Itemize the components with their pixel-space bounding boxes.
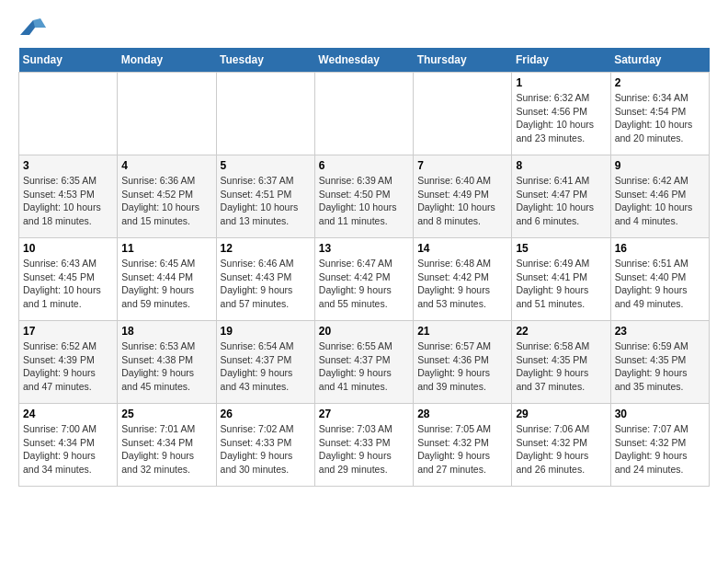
day-info: Sunrise: 7:07 AM Sunset: 4:32 PM Dayligh… bbox=[615, 422, 705, 477]
day-number: 9 bbox=[615, 159, 705, 172]
day-info: Sunrise: 6:40 AM Sunset: 4:49 PM Dayligh… bbox=[417, 174, 507, 228]
column-header-friday: Friday bbox=[512, 48, 610, 73]
day-number: 10 bbox=[23, 242, 113, 255]
day-info: Sunrise: 6:54 AM Sunset: 4:37 PM Dayligh… bbox=[221, 339, 311, 394]
calendar-cell bbox=[314, 73, 413, 155]
calendar-cell: 2Sunrise: 6:34 AM Sunset: 4:54 PM Daylig… bbox=[610, 73, 709, 155]
calendar-cell: 10Sunrise: 6:43 AM Sunset: 4:45 PM Dayli… bbox=[19, 238, 118, 321]
calendar-cell bbox=[19, 73, 118, 155]
svg-marker-1 bbox=[33, 18, 46, 28]
day-number: 15 bbox=[516, 242, 606, 255]
calendar-cell bbox=[216, 73, 314, 155]
calendar-cell: 22Sunrise: 6:58 AM Sunset: 4:35 PM Dayli… bbox=[512, 321, 610, 404]
column-header-wednesday: Wednesday bbox=[314, 48, 413, 73]
day-number: 12 bbox=[221, 242, 311, 255]
day-number: 18 bbox=[121, 325, 211, 338]
day-info: Sunrise: 7:00 AM Sunset: 4:34 PM Dayligh… bbox=[23, 422, 113, 477]
day-info: Sunrise: 6:41 AM Sunset: 4:47 PM Dayligh… bbox=[516, 174, 606, 228]
calendar-cell: 20Sunrise: 6:55 AM Sunset: 4:37 PM Dayli… bbox=[314, 321, 413, 404]
column-header-saturday: Saturday bbox=[610, 48, 709, 73]
day-number: 8 bbox=[516, 159, 606, 172]
column-header-tuesday: Tuesday bbox=[216, 48, 314, 73]
calendar-cell: 5Sunrise: 6:37 AM Sunset: 4:51 PM Daylig… bbox=[216, 155, 314, 238]
calendar-cell: 30Sunrise: 7:07 AM Sunset: 4:32 PM Dayli… bbox=[610, 404, 709, 487]
day-number: 14 bbox=[417, 242, 507, 255]
calendar-cell: 9Sunrise: 6:42 AM Sunset: 4:46 PM Daylig… bbox=[610, 155, 709, 238]
day-info: Sunrise: 6:35 AM Sunset: 4:53 PM Dayligh… bbox=[23, 174, 113, 228]
calendar-cell: 26Sunrise: 7:02 AM Sunset: 4:33 PM Dayli… bbox=[216, 404, 314, 487]
day-number: 5 bbox=[221, 159, 311, 172]
calendar-week-row: 10Sunrise: 6:43 AM Sunset: 4:45 PM Dayli… bbox=[19, 238, 710, 321]
day-info: Sunrise: 6:39 AM Sunset: 4:50 PM Dayligh… bbox=[319, 174, 409, 228]
day-info: Sunrise: 7:03 AM Sunset: 4:33 PM Dayligh… bbox=[319, 422, 409, 477]
day-number: 23 bbox=[615, 325, 705, 338]
day-number: 19 bbox=[221, 325, 311, 338]
day-number: 21 bbox=[417, 325, 507, 338]
calendar-cell bbox=[414, 73, 512, 155]
calendar-cell: 4Sunrise: 6:36 AM Sunset: 4:52 PM Daylig… bbox=[118, 155, 216, 238]
day-info: Sunrise: 7:02 AM Sunset: 4:33 PM Dayligh… bbox=[221, 422, 311, 477]
day-number: 16 bbox=[615, 242, 705, 255]
calendar-cell: 29Sunrise: 7:06 AM Sunset: 4:32 PM Dayli… bbox=[512, 404, 610, 487]
column-header-monday: Monday bbox=[118, 48, 216, 73]
day-info: Sunrise: 6:58 AM Sunset: 4:35 PM Dayligh… bbox=[516, 339, 606, 394]
calendar-cell: 1Sunrise: 6:32 AM Sunset: 4:56 PM Daylig… bbox=[512, 73, 610, 155]
day-number: 30 bbox=[615, 408, 705, 420]
calendar-cell bbox=[118, 73, 216, 155]
calendar-week-row: 3Sunrise: 6:35 AM Sunset: 4:53 PM Daylig… bbox=[19, 155, 710, 238]
calendar-cell: 19Sunrise: 6:54 AM Sunset: 4:37 PM Dayli… bbox=[216, 321, 314, 404]
day-number: 22 bbox=[516, 325, 606, 338]
day-number: 28 bbox=[417, 408, 507, 420]
calendar-week-row: 1Sunrise: 6:32 AM Sunset: 4:56 PM Daylig… bbox=[19, 73, 710, 155]
column-header-thursday: Thursday bbox=[414, 48, 512, 73]
day-number: 20 bbox=[319, 325, 409, 338]
calendar-header-row: SundayMondayTuesdayWednesdayThursdayFrid… bbox=[19, 48, 710, 73]
calendar-cell: 8Sunrise: 6:41 AM Sunset: 4:47 PM Daylig… bbox=[512, 155, 610, 238]
calendar-cell: 27Sunrise: 7:03 AM Sunset: 4:33 PM Dayli… bbox=[314, 404, 413, 487]
calendar-cell: 21Sunrise: 6:57 AM Sunset: 4:36 PM Dayli… bbox=[414, 321, 512, 404]
calendar-week-row: 17Sunrise: 6:52 AM Sunset: 4:39 PM Dayli… bbox=[19, 321, 710, 404]
day-number: 13 bbox=[319, 242, 409, 255]
day-number: 24 bbox=[23, 408, 113, 420]
day-info: Sunrise: 7:01 AM Sunset: 4:34 PM Dayligh… bbox=[121, 422, 211, 477]
day-number: 26 bbox=[221, 408, 311, 420]
day-number: 4 bbox=[121, 159, 211, 172]
calendar-cell: 6Sunrise: 6:39 AM Sunset: 4:50 PM Daylig… bbox=[314, 155, 413, 238]
calendar-table: SundayMondayTuesdayWednesdayThursdayFrid… bbox=[18, 48, 710, 487]
calendar-cell: 15Sunrise: 6:49 AM Sunset: 4:41 PM Dayli… bbox=[512, 238, 610, 321]
day-info: Sunrise: 6:42 AM Sunset: 4:46 PM Dayligh… bbox=[615, 174, 705, 228]
logo bbox=[18, 18, 46, 39]
calendar-cell: 25Sunrise: 7:01 AM Sunset: 4:34 PM Dayli… bbox=[118, 404, 216, 487]
calendar-cell: 14Sunrise: 6:48 AM Sunset: 4:42 PM Dayli… bbox=[414, 238, 512, 321]
day-number: 3 bbox=[23, 159, 113, 172]
calendar-cell: 28Sunrise: 7:05 AM Sunset: 4:32 PM Dayli… bbox=[414, 404, 512, 487]
day-info: Sunrise: 6:48 AM Sunset: 4:42 PM Dayligh… bbox=[417, 257, 507, 311]
day-info: Sunrise: 7:05 AM Sunset: 4:32 PM Dayligh… bbox=[417, 422, 507, 477]
day-number: 7 bbox=[417, 159, 507, 172]
day-info: Sunrise: 6:57 AM Sunset: 4:36 PM Dayligh… bbox=[417, 339, 507, 394]
day-info: Sunrise: 6:34 AM Sunset: 4:54 PM Dayligh… bbox=[615, 91, 705, 145]
day-info: Sunrise: 6:52 AM Sunset: 4:39 PM Dayligh… bbox=[23, 339, 113, 394]
calendar-cell: 13Sunrise: 6:47 AM Sunset: 4:42 PM Dayli… bbox=[314, 238, 413, 321]
day-number: 29 bbox=[516, 408, 606, 420]
day-number: 2 bbox=[615, 76, 705, 89]
calendar-cell: 24Sunrise: 7:00 AM Sunset: 4:34 PM Dayli… bbox=[19, 404, 118, 487]
calendar-week-row: 24Sunrise: 7:00 AM Sunset: 4:34 PM Dayli… bbox=[19, 404, 710, 487]
day-info: Sunrise: 6:49 AM Sunset: 4:41 PM Dayligh… bbox=[516, 257, 606, 311]
day-number: 11 bbox=[121, 242, 211, 255]
column-header-sunday: Sunday bbox=[19, 48, 118, 73]
day-info: Sunrise: 6:37 AM Sunset: 4:51 PM Dayligh… bbox=[221, 174, 311, 228]
calendar-cell: 7Sunrise: 6:40 AM Sunset: 4:49 PM Daylig… bbox=[414, 155, 512, 238]
calendar-cell: 12Sunrise: 6:46 AM Sunset: 4:43 PM Dayli… bbox=[216, 238, 314, 321]
calendar-cell: 3Sunrise: 6:35 AM Sunset: 4:53 PM Daylig… bbox=[19, 155, 118, 238]
calendar-cell: 16Sunrise: 6:51 AM Sunset: 4:40 PM Dayli… bbox=[610, 238, 709, 321]
day-info: Sunrise: 6:53 AM Sunset: 4:38 PM Dayligh… bbox=[121, 339, 211, 394]
calendar-cell: 18Sunrise: 6:53 AM Sunset: 4:38 PM Dayli… bbox=[118, 321, 216, 404]
day-number: 17 bbox=[23, 325, 113, 338]
calendar-cell: 11Sunrise: 6:45 AM Sunset: 4:44 PM Dayli… bbox=[118, 238, 216, 321]
day-info: Sunrise: 6:51 AM Sunset: 4:40 PM Dayligh… bbox=[615, 257, 705, 311]
day-number: 27 bbox=[319, 408, 409, 420]
page-header bbox=[18, 18, 710, 39]
day-info: Sunrise: 6:46 AM Sunset: 4:43 PM Dayligh… bbox=[221, 257, 311, 311]
day-info: Sunrise: 6:45 AM Sunset: 4:44 PM Dayligh… bbox=[121, 257, 211, 311]
